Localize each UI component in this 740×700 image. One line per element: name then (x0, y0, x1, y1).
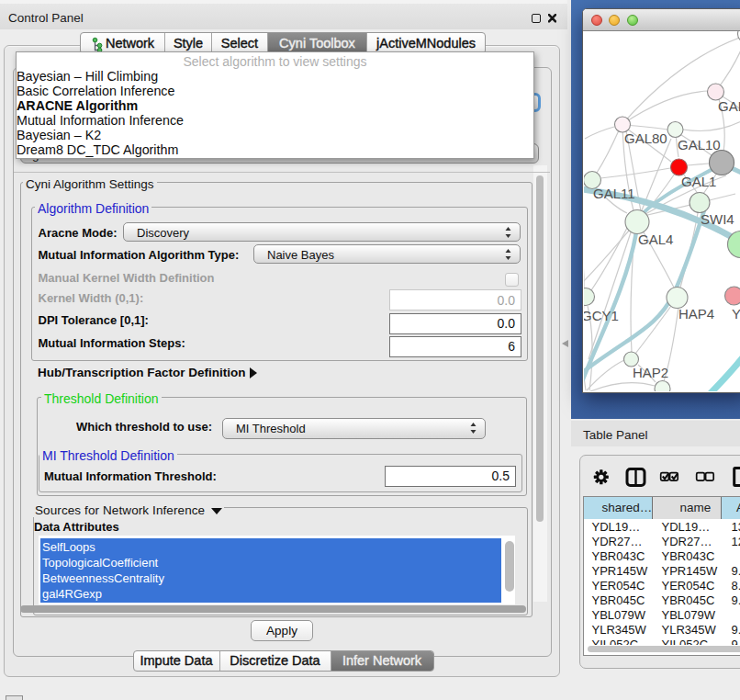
svg-text:GAL11: GAL11 (593, 186, 635, 201)
svg-text:GAL80: GAL80 (624, 130, 667, 146)
svg-text:GAL4: GAL4 (638, 231, 673, 247)
svg-text:SWI4: SWI4 (701, 211, 734, 227)
svg-text:HAP4: HAP4 (678, 306, 714, 322)
svg-text:GAL7: GAL7 (718, 98, 740, 114)
svg-text:HAP2: HAP2 (633, 365, 668, 380)
svg-text:GCY1: GCY1 (584, 308, 619, 323)
svg-text:Y: Y (732, 306, 740, 322)
svg-text:GAL1: GAL1 (681, 174, 716, 189)
svg-text:GAL10: GAL10 (678, 137, 721, 152)
